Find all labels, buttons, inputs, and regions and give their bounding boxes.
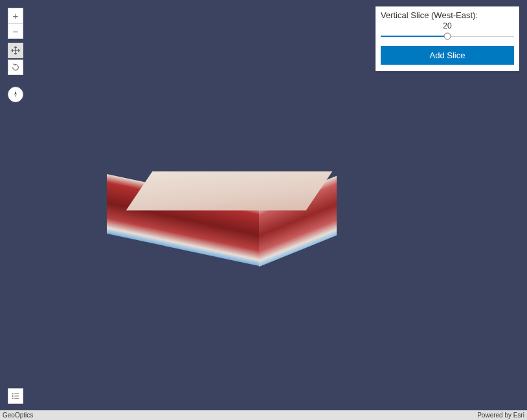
svg-rect-5 <box>14 398 19 399</box>
rotate-button[interactable] <box>8 60 23 75</box>
svg-rect-0 <box>12 393 14 395</box>
slice-value: 20 <box>381 21 514 30</box>
attribution-bar: GeoOptics Powered by Esri <box>0 410 527 420</box>
svg-rect-2 <box>12 395 14 397</box>
zoom-in-button[interactable]: + <box>8 8 23 23</box>
plus-icon: + <box>13 10 19 21</box>
minus-icon: − <box>13 26 19 37</box>
pan-icon <box>11 46 20 55</box>
add-slice-button[interactable]: Add Slice <box>381 46 514 65</box>
rotate-icon <box>11 63 20 72</box>
pan-button[interactable] <box>8 43 23 58</box>
basemap-grid <box>161 243 421 304</box>
attribution-source: GeoOptics <box>3 412 33 419</box>
slider-fill <box>381 36 447 37</box>
voxel-side-face <box>259 176 337 267</box>
compass-icon <box>11 90 20 99</box>
slice-slider[interactable] <box>381 32 514 41</box>
voxel-top-face <box>126 171 333 211</box>
slider-thumb[interactable] <box>444 33 451 40</box>
legend-toggle-button[interactable] <box>8 388 23 404</box>
svg-rect-3 <box>14 396 19 397</box>
slice-label: Vertical Slice (West-East): <box>381 10 514 20</box>
legend-icon <box>11 392 20 401</box>
voxel-front-face <box>107 174 259 266</box>
zoom-out-button[interactable]: − <box>8 23 23 39</box>
svg-rect-4 <box>12 398 14 399</box>
navigation-toolbar: + − <box>8 8 23 102</box>
svg-rect-1 <box>14 393 19 394</box>
scene-viewport[interactable]: + − Vertical Slice (West-East): 20 Add S… <box>0 0 527 410</box>
compass-button[interactable] <box>8 87 23 102</box>
attribution-powered-by[interactable]: Powered by Esri <box>477 412 524 419</box>
slice-control-panel: Vertical Slice (West-East): 20 Add Slice <box>376 6 519 71</box>
